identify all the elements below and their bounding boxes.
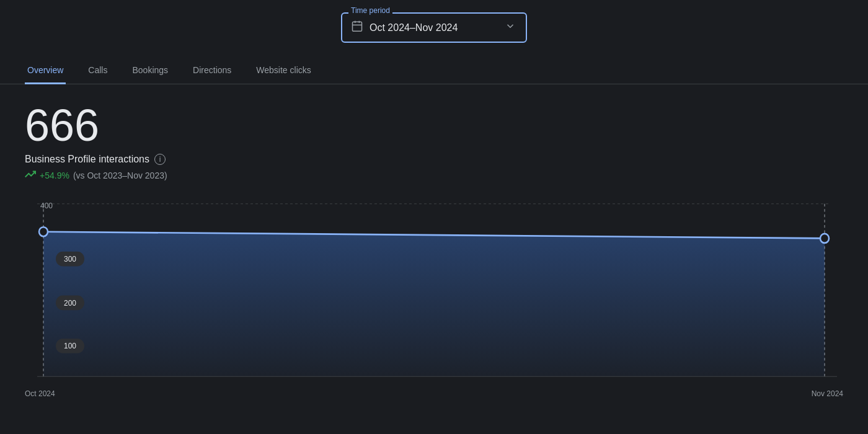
chart-x-labels: Oct 2024 Nov 2024 [25,386,843,398]
calendar-icon [351,20,363,35]
metric-label-text: Business Profile interactions [25,154,149,165]
main-content: 666 Business Profile interactions i +54.… [0,84,868,434]
svg-rect-0 [353,22,362,31]
svg-text:200: 200 [64,298,76,307]
time-period-label: Time period [348,6,392,15]
tab-overview[interactable]: Overview [25,58,66,84]
growth-percentage: +54.9% [40,170,69,180]
tab-website-clicks[interactable]: Website clicks [254,58,313,84]
svg-text:400: 400 [40,201,53,210]
info-icon[interactable]: i [154,154,166,165]
growth-arrow-icon [25,169,36,182]
tab-calls[interactable]: Calls [86,58,110,84]
metric-big-number: 666 [25,103,843,148]
time-period-value: Oct 2024–Nov 2024 [370,22,498,33]
tab-directions[interactable]: Directions [190,58,234,84]
tabs-container: Overview Calls Bookings Directions Websi… [0,58,868,84]
chart-svg: 400 300 [25,197,843,383]
page-container: Time period Oct 2024–Nov 2024 Overview [0,0,868,434]
chart-point-left [39,227,48,236]
tab-bookings[interactable]: Bookings [130,58,170,84]
time-period-wrapper: Time period Oct 2024–Nov 2024 [341,12,527,43]
dropdown-arrow-icon [505,20,516,35]
time-period-dropdown[interactable]: Oct 2024–Nov 2024 [341,12,527,43]
growth-indicator: +54.9% (vs Oct 2023–Nov 2023) [25,169,843,182]
chart-x-label-start: Oct 2024 [25,389,55,398]
chart-container: 400 300 [25,197,843,383]
svg-text:100: 100 [64,342,76,350]
svg-text:300: 300 [64,255,76,264]
growth-compare-label: (vs Oct 2023–Nov 2023) [73,170,167,180]
chart-point-right [820,234,829,243]
metric-label-row: Business Profile interactions i [25,154,843,165]
chart-x-label-end: Nov 2024 [812,389,843,398]
svg-marker-8 [43,232,825,377]
